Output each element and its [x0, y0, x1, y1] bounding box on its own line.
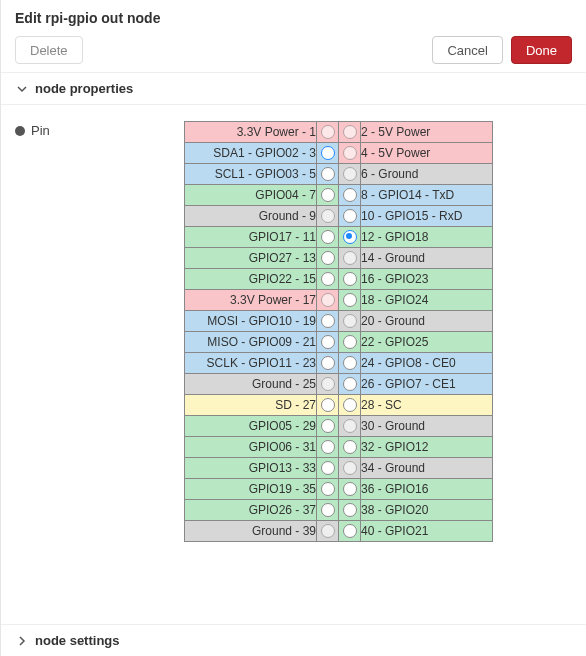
radio-icon — [321, 209, 335, 223]
pin-label-37: GPIO26 - 37 — [185, 500, 317, 521]
pin-radio-29[interactable] — [317, 416, 339, 437]
pin-row-27-28: SD - 2728 - SC — [185, 395, 493, 416]
done-button[interactable]: Done — [511, 36, 572, 64]
pin-radio-22[interactable] — [339, 332, 361, 353]
pin-label-12: 12 - GPIO18 — [361, 227, 493, 248]
pin-radio-2 — [339, 122, 361, 143]
pin-label-24: 24 - GPIO8 - CE0 — [361, 353, 493, 374]
pin-radio-27[interactable] — [317, 395, 339, 416]
pin-row-5-6: SCL1 - GPIO03 - 56 - Ground — [185, 164, 493, 185]
chevron-right-icon — [17, 636, 27, 646]
section-toggle-properties[interactable]: node properties — [1, 72, 586, 105]
radio-icon — [343, 251, 357, 265]
pin-label-26: 26 - GPIO7 - CE1 — [361, 374, 493, 395]
pin-radio-19[interactable] — [317, 311, 339, 332]
radio-icon — [321, 125, 335, 139]
pin-row-37-38: GPIO26 - 3738 - GPIO20 — [185, 500, 493, 521]
radio-icon — [321, 314, 335, 328]
radio-icon — [321, 356, 335, 370]
pin-radio-11[interactable] — [317, 227, 339, 248]
pin-row-23-24: SCLK - GPIO11 - 2324 - GPIO8 - CE0 — [185, 353, 493, 374]
pin-label-11: GPIO17 - 11 — [185, 227, 317, 248]
radio-icon — [343, 524, 357, 538]
pin-form-label: Pin — [15, 121, 105, 138]
pin-label-36: 36 - GPIO16 — [361, 479, 493, 500]
radio-icon — [343, 314, 357, 328]
pin-radio-5[interactable] — [317, 164, 339, 185]
pin-label-35: GPIO19 - 35 — [185, 479, 317, 500]
pin-label-34: 34 - Ground — [361, 458, 493, 479]
pin-row-21-22: MISO - GPIO09 - 2122 - GPIO25 — [185, 332, 493, 353]
pin-label-31: GPIO06 - 31 — [185, 437, 317, 458]
pin-radio-24[interactable] — [339, 353, 361, 374]
pin-row-33-34: GPIO13 - 3334 - Ground — [185, 458, 493, 479]
pin-radio-21[interactable] — [317, 332, 339, 353]
cancel-button[interactable]: Cancel — [432, 36, 502, 64]
pin-radio-37[interactable] — [317, 500, 339, 521]
pin-radio-33[interactable] — [317, 458, 339, 479]
pin-row: Pin 3.3V Power - 12 - 5V PowerSDA1 - GPI… — [15, 121, 572, 542]
pin-radio-13[interactable] — [317, 248, 339, 269]
pin-label-18: 18 - GPIO24 — [361, 290, 493, 311]
radio-icon — [321, 272, 335, 286]
circle-icon — [15, 126, 25, 136]
pin-radio-12[interactable] — [339, 227, 361, 248]
pin-radio-36[interactable] — [339, 479, 361, 500]
pin-radio-3[interactable] — [317, 143, 339, 164]
pin-radio-17 — [317, 290, 339, 311]
pin-radio-16[interactable] — [339, 269, 361, 290]
pin-radio-8[interactable] — [339, 185, 361, 206]
pin-label-17: 3.3V Power - 17 — [185, 290, 317, 311]
pin-label-15: GPIO22 - 15 — [185, 269, 317, 290]
section-title-properties: node properties — [35, 81, 133, 96]
pin-row-29-30: GPIO05 - 2930 - Ground — [185, 416, 493, 437]
gpio-pin-table: 3.3V Power - 12 - 5V PowerSDA1 - GPIO02 … — [184, 121, 493, 542]
radio-icon — [321, 230, 335, 244]
pin-radio-38[interactable] — [339, 500, 361, 521]
pin-label-8: 8 - GPIO14 - TxD — [361, 185, 493, 206]
pin-radio-34 — [339, 458, 361, 479]
properties-body: Pin 3.3V Power - 12 - 5V PowerSDA1 - GPI… — [1, 105, 586, 624]
radio-icon — [321, 146, 335, 160]
pin-radio-35[interactable] — [317, 479, 339, 500]
radio-icon — [343, 125, 357, 139]
pin-radio-31[interactable] — [317, 437, 339, 458]
pin-label-19: MOSI - GPIO10 - 19 — [185, 311, 317, 332]
pin-radio-18[interactable] — [339, 290, 361, 311]
pin-row-39-40: Ground - 3940 - GPIO21 — [185, 521, 493, 542]
pin-radio-39 — [317, 521, 339, 542]
radio-icon — [321, 524, 335, 538]
radio-icon — [321, 335, 335, 349]
pin-row-3-4: SDA1 - GPIO02 - 34 - 5V Power — [185, 143, 493, 164]
pin-label-14: 14 - Ground — [361, 248, 493, 269]
radio-icon — [343, 167, 357, 181]
radio-icon — [321, 482, 335, 496]
pin-radio-28[interactable] — [339, 395, 361, 416]
radio-icon — [343, 440, 357, 454]
section-title-settings: node settings — [35, 633, 120, 648]
pin-row-13-14: GPIO27 - 1314 - Ground — [185, 248, 493, 269]
pin-radio-10[interactable] — [339, 206, 361, 227]
pin-radio-23[interactable] — [317, 353, 339, 374]
pin-label-text: Pin — [31, 123, 50, 138]
pin-radio-26[interactable] — [339, 374, 361, 395]
pin-radio-15[interactable] — [317, 269, 339, 290]
radio-icon — [343, 335, 357, 349]
pin-radio-20 — [339, 311, 361, 332]
radio-icon — [321, 503, 335, 517]
pin-radio-7[interactable] — [317, 185, 339, 206]
pin-radio-6 — [339, 164, 361, 185]
pin-radio-25 — [317, 374, 339, 395]
radio-icon — [343, 356, 357, 370]
radio-icon — [343, 377, 357, 391]
pin-row-31-32: GPIO06 - 3132 - GPIO12 — [185, 437, 493, 458]
radio-icon — [321, 293, 335, 307]
radio-icon — [343, 503, 357, 517]
section-toggle-settings[interactable]: node settings — [1, 624, 586, 656]
pin-radio-32[interactable] — [339, 437, 361, 458]
pin-label-23: SCLK - GPIO11 - 23 — [185, 353, 317, 374]
pin-label-7: GPIO04 - 7 — [185, 185, 317, 206]
pin-label-25: Ground - 25 — [185, 374, 317, 395]
delete-button[interactable]: Delete — [15, 36, 83, 64]
pin-radio-40[interactable] — [339, 521, 361, 542]
